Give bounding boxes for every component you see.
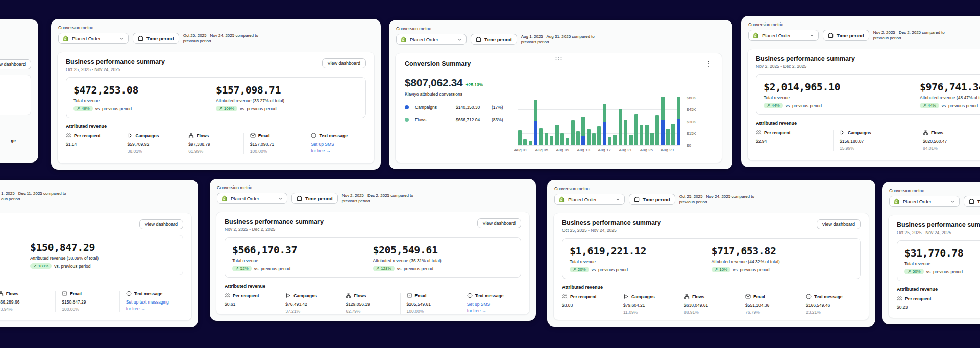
setup-link[interactable]: Set up SMSfor free → bbox=[311, 141, 366, 154]
period-compare-text: Nov 2, 2025 - Dec 2, 2025 compared to pr… bbox=[342, 193, 420, 204]
column-label: Campaigns bbox=[293, 293, 317, 298]
time-period-button[interactable]: Time period bbox=[823, 30, 869, 41]
flows-icon bbox=[684, 294, 690, 299]
kebab-menu-icon[interactable] bbox=[705, 60, 712, 67]
page-title: Business performance summary bbox=[897, 221, 980, 228]
setup-link[interactable]: Set up SMSfor free → bbox=[467, 301, 521, 314]
drag-handle-icon[interactable] bbox=[555, 57, 562, 60]
business-performance-panel: Business performance summary Nov 2, 2025… bbox=[747, 49, 980, 161]
bar-day-4 bbox=[534, 100, 537, 145]
flows-icon bbox=[346, 293, 351, 298]
period-compare-text: Oct 25, 2025 - Nov 24, 2025 compared to … bbox=[183, 33, 261, 44]
bar-day-12 bbox=[576, 131, 580, 145]
bar-day-23 bbox=[634, 114, 638, 145]
column-label: Flows bbox=[692, 294, 704, 299]
date-range: Oct 25, 2025 - Nov 24, 2025 bbox=[897, 230, 980, 235]
bar-day-13 bbox=[581, 117, 585, 145]
column-value: $166,549.46 bbox=[806, 303, 861, 308]
column-value: $156,180.87 bbox=[840, 138, 917, 144]
business-performance-panel: Business performance summary Oct 25, 202… bbox=[553, 213, 869, 320]
view-dashboard-button[interactable]: View dashboard bbox=[817, 219, 861, 229]
attributed-revenue-columns: Per recipient $0.23 Campaigns $11,553.2 … bbox=[897, 296, 980, 317]
attributed-revenue-metric: $150,847.29 Attributed revenue (38.09% o… bbox=[30, 241, 176, 269]
conversion-metric-label: Conversion metric bbox=[889, 188, 980, 193]
chevron-down-icon bbox=[616, 197, 620, 202]
column-percent: 84.01% bbox=[923, 146, 980, 151]
conversion-metric-dropdown[interactable]: Placed Order bbox=[748, 30, 819, 41]
attributed-revenue-column: Campaigns $156,180.87 15.99% bbox=[833, 130, 917, 151]
conversion-metric-dropdown[interactable]: Placed Order bbox=[58, 33, 129, 44]
conversion-metric-dropdown[interactable]: Placed Order bbox=[889, 196, 960, 207]
dashboard-collage: w dashboard ge Conversion metric Placed … bbox=[0, 0, 980, 348]
delta-badge: ↗ 52% bbox=[232, 266, 252, 271]
shopify-icon bbox=[222, 195, 228, 201]
view-dashboard-button[interactable]: View dashboard bbox=[477, 218, 521, 228]
business-performance-panel: View dashboard $150,847.29 Attributed re… bbox=[0, 213, 192, 321]
offscreen-metric-spacer bbox=[0, 241, 30, 269]
total-revenue-metric: $472,253.08 Total revenue ↗ 49%vs. previ… bbox=[74, 84, 216, 111]
attributed-revenue-column: Flows $638,049.61 88.91% bbox=[678, 294, 739, 315]
attributed-revenue-column: Per recipient $3.83 bbox=[562, 294, 617, 315]
column-value: $0.61 bbox=[225, 301, 279, 307]
email-icon bbox=[250, 133, 256, 138]
period-compare-text: Nov 2, 2025 - Dec 2, 2025 compared to pr… bbox=[873, 30, 951, 41]
attributed-revenue-column: Text message Set up SMSfor free → bbox=[305, 133, 366, 154]
column-label: Text message bbox=[475, 293, 504, 298]
time-period-button[interactable]: Time period bbox=[471, 34, 517, 45]
shopify-icon bbox=[559, 196, 565, 202]
sms-icon bbox=[467, 293, 473, 298]
attributed-revenue-column: Per recipient $0.23 bbox=[897, 296, 980, 317]
column-value: $638,049.61 bbox=[684, 303, 739, 308]
bar-day-24 bbox=[640, 125, 643, 145]
column-value: $150,847.29 bbox=[62, 299, 119, 305]
attributed-revenue-column: Text message Set up text messagingfor fr… bbox=[119, 291, 183, 312]
calendar-icon bbox=[634, 197, 640, 202]
date-range: Oct 25, 2025 - Nov 24, 2025 bbox=[66, 67, 165, 72]
time-period-button[interactable]: Time period bbox=[964, 196, 980, 207]
metrics-box: $472,253.08 Total revenue ↗ 49%vs. previ… bbox=[66, 77, 366, 118]
attributed-revenue-column: Email $157,098.71 100.00% bbox=[243, 133, 305, 154]
metrics-box: $1,619,221.12 Total revenue ↗ 20%vs. pre… bbox=[562, 238, 861, 279]
card-partial-bottom-right: Conversion metric Placed Order Time peri… bbox=[882, 182, 980, 324]
conversion-metric-dropdown[interactable]: Placed Order bbox=[396, 34, 467, 45]
page-title: Business performance summary bbox=[562, 219, 661, 226]
column-label: Flows bbox=[197, 133, 209, 138]
total-revenue-metric: $566,170.37 Total revenue ↗ 52%vs. previ… bbox=[232, 244, 373, 271]
column-percent: 15.99% bbox=[840, 146, 917, 151]
attributed-revenue-column: Email $150,847.29 100.00% bbox=[55, 291, 119, 312]
conversion-metric-dropdown[interactable]: Placed Order bbox=[554, 194, 625, 205]
column-label: Email bbox=[753, 294, 765, 299]
delta-badge: ↗ 188% bbox=[30, 263, 52, 269]
column-value: $205,549.61 bbox=[407, 301, 461, 307]
column-label: Email bbox=[70, 291, 82, 296]
time-period-button[interactable]: Time period bbox=[629, 194, 675, 205]
column-value: $551,104.36 bbox=[745, 303, 800, 308]
attributed-revenue-metric: $976,741.34 Attributed revenue (48.47% o… bbox=[920, 81, 980, 108]
delta-percent: +25.13% bbox=[465, 82, 483, 87]
total-revenue-metric: $2,014,965.10 Total revenue ↗ 44%vs. pre… bbox=[764, 81, 920, 108]
column-label: Text message bbox=[134, 291, 163, 296]
bar-day-17 bbox=[603, 104, 606, 145]
business-performance-panel: Business performance summary Oct 25, 202… bbox=[57, 52, 375, 164]
shopify-icon bbox=[894, 198, 900, 204]
conversion-metric-dropdown[interactable]: Placed Order bbox=[217, 193, 287, 204]
attributed-revenue-heading: Attributed revenue bbox=[562, 285, 861, 290]
attributed-revenue-columns: Per recipient $3.83 Campaigns $79,604.21… bbox=[562, 294, 861, 315]
view-dashboard-button[interactable]: View dashboard bbox=[139, 219, 183, 229]
conversion-metric-value: Placed Order bbox=[72, 36, 101, 41]
chevron-down-icon bbox=[950, 199, 955, 204]
email-icon bbox=[407, 293, 412, 298]
column-label: Campaigns bbox=[136, 133, 159, 138]
column-label: Text message bbox=[319, 133, 348, 138]
setup-link[interactable]: Set up text messagingfor free → bbox=[126, 299, 183, 312]
time-period-button[interactable]: Time period bbox=[133, 33, 179, 44]
flows-dot-icon bbox=[405, 118, 409, 122]
recipient-icon bbox=[562, 294, 568, 299]
page-title: Business performance summary bbox=[756, 55, 855, 62]
view-dashboard-button[interactable]: w dashboard bbox=[0, 59, 31, 69]
time-period-button[interactable]: Time period bbox=[291, 193, 338, 204]
column-value: $97,388.79 bbox=[188, 142, 243, 147]
column-label: Per recipient bbox=[74, 133, 101, 138]
column-label: Flows bbox=[931, 130, 943, 135]
view-dashboard-button[interactable]: View dashboard bbox=[322, 58, 366, 68]
